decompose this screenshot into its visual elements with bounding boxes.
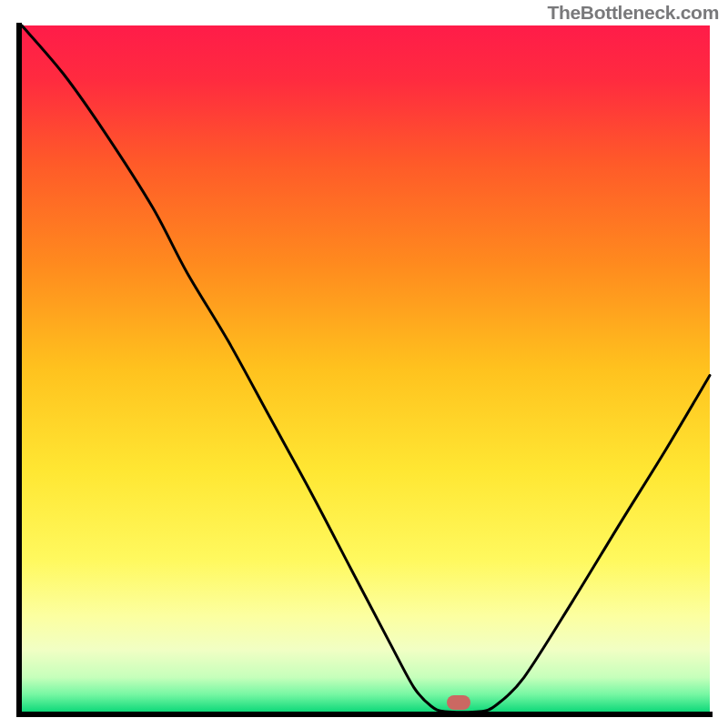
chart-container: TheBottleneck.com bbox=[0, 0, 728, 728]
attribution-label: TheBottleneck.com bbox=[547, 2, 719, 24]
minimum-marker bbox=[447, 695, 470, 710]
axes bbox=[16, 25, 710, 717]
plot-area bbox=[16, 25, 710, 717]
